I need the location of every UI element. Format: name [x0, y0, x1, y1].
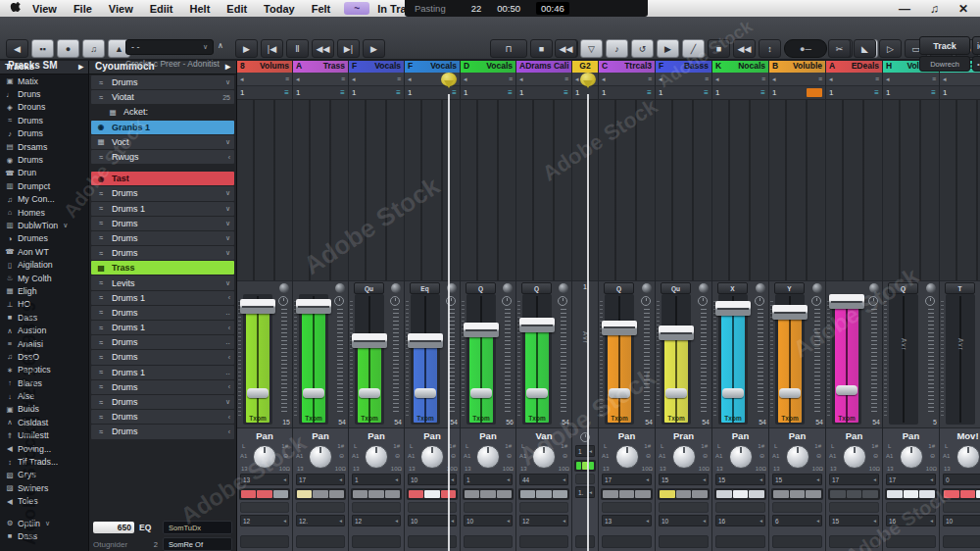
chevron-down-icon[interactable]: ∨	[203, 43, 208, 51]
fader-handle[interactable]	[526, 388, 548, 398]
menu-item-5[interactable]: Edit	[226, 3, 247, 15]
chevron-down-icon[interactable]: ∨	[225, 279, 230, 287]
fader-cap[interactable]	[296, 299, 331, 314]
sidebar-item-34[interactable]: ■Dass	[0, 529, 88, 542]
snap-button-7[interactable]: ◀◀	[733, 39, 756, 58]
wave-mode-icon[interactable]: ~	[344, 2, 369, 15]
rack-item-2[interactable]: ▦Acket:	[91, 105, 234, 119]
sidebar-item-12[interactable]: ◑Drumes	[0, 232, 88, 245]
speaker-icon[interactable]: ◂	[352, 75, 356, 83]
nav-button-0[interactable]: ◀	[6, 39, 28, 58]
tool-button-0[interactable]: ✂	[828, 39, 851, 58]
eq-icon[interactable]: ≡	[760, 88, 765, 97]
empty-slot[interactable]	[296, 502, 345, 513]
rack-item-0[interactable]: ≈Drums∨	[91, 75, 234, 89]
stepper-icon[interactable]: ◂	[395, 476, 398, 482]
nav-button-1[interactable]: ▪▪	[31, 39, 54, 58]
sidebar-item-9[interactable]: ♫My Con...	[0, 193, 88, 206]
empty-slot[interactable]	[829, 502, 879, 513]
channel-strip-6[interactable]: CTtrcal3◂≡1≡QTxom54PanL1#A1Θ1310Ω17◂13◂	[599, 59, 655, 551]
stepper-icon[interactable]: ◂	[451, 476, 454, 482]
tool-button-2[interactable]: ▷	[879, 39, 902, 58]
rack-item-4[interactable]: ▦Voct∨	[91, 135, 234, 149]
track-button[interactable]: Track	[919, 36, 970, 55]
speaker-icon[interactable]: ◂	[240, 75, 244, 83]
channel-strip-10[interactable]: AEDeals◂≡1≡Txom54PanL1#A1Θ1310Ω17◂15◂	[826, 59, 882, 551]
lines-icon[interactable]: ≡	[875, 75, 879, 82]
slot-value-box[interactable]: 10◂	[943, 515, 980, 526]
speaker-icon[interactable]: ◂	[408, 75, 412, 83]
mini-knob-icon[interactable]	[559, 283, 568, 293]
send-value-box[interactable]: 1◂	[352, 474, 401, 485]
rack-item-22[interactable]: ≈Drums‹	[91, 410, 234, 424]
channel-strip-1[interactable]: ATrass◂≡1≡Txom54PanL1#A1Θ1310Ω17◂12.◂	[293, 59, 348, 551]
fader-handle[interactable]	[836, 385, 858, 395]
fader-handle[interactable]	[779, 388, 801, 398]
insert-rack[interactable]	[572, 100, 598, 280]
stepper-icon[interactable]: ◂	[760, 518, 762, 524]
eq-icon[interactable]: ≡	[508, 88, 513, 97]
rack-item-5[interactable]: ≈Rwugs‹	[91, 150, 234, 164]
stepper-icon[interactable]: ◂	[283, 476, 286, 482]
chevron-down-icon[interactable]: ∨	[225, 234, 230, 242]
fader-cap[interactable]	[659, 326, 694, 340]
accent-square[interactable]	[807, 88, 822, 97]
fader-handle[interactable]	[359, 388, 380, 398]
insert-rack[interactable]	[461, 100, 515, 280]
speaker-icon[interactable]: ◂	[659, 75, 662, 83]
playhead-pin[interactable]	[441, 73, 457, 93]
fader-track[interactable]: Txom	[775, 294, 805, 425]
eq-icon[interactable]: ≡	[704, 88, 709, 97]
sidebar-item-13[interactable]: ☎Aon WT	[0, 245, 88, 258]
send-value-box[interactable]: 17◂	[886, 474, 936, 485]
channel-strip-2[interactable]: FVocals◂≡1≡QuTxom54PanL1#A1Θ1310Ω1◂12◂	[349, 59, 404, 551]
sidebar-item-1[interactable]: ♩Druns	[0, 87, 88, 100]
lines-icon[interactable]: ≡	[705, 75, 709, 82]
pan-knob[interactable]	[786, 445, 809, 469]
sidebar-item-14[interactable]: ▯Aigilation	[0, 258, 88, 271]
narrow-strip-g2[interactable]: G2◂11Avr1◂1.◂	[572, 59, 598, 551]
chevron-down-icon[interactable]: ∨	[225, 220, 230, 227]
menu-item-3[interactable]: Ediit	[150, 3, 173, 15]
fader-cap[interactable]	[602, 321, 637, 335]
sidebar-item-25[interactable]: ▣Buids	[0, 403, 88, 416]
rack-item-1[interactable]: ≈Viotat25	[91, 90, 234, 104]
eq-button[interactable]: Q	[466, 282, 496, 294]
eq-button[interactable]: Qu	[354, 282, 384, 294]
eq-icon[interactable]: ≡	[284, 88, 289, 97]
chevron-up-icon[interactable]: ∧	[218, 41, 223, 50]
sidebar-item-11[interactable]: ▥DublwTion∨	[0, 219, 88, 231]
note-icon[interactable]: ♫	[930, 2, 939, 16]
pan-knob[interactable]	[420, 445, 444, 469]
empty-slot[interactable]	[943, 502, 980, 513]
transport-button-0[interactable]: ▶	[235, 39, 258, 58]
sidebar-item-27[interactable]: ⇑Umilestt	[0, 429, 88, 442]
empty-slot[interactable]	[715, 502, 765, 513]
fader-cap[interactable]	[829, 294, 864, 309]
send-value-box[interactable]: 15◂	[715, 474, 765, 485]
channel-header[interactable]: AEDeals	[826, 59, 882, 73]
sidebar-item-10[interactable]: ⌂Homes	[0, 206, 88, 219]
stepper-icon[interactable]: ◂	[589, 489, 592, 495]
pan-knob[interactable]	[476, 445, 500, 469]
mini-knob-icon[interactable]	[699, 283, 709, 293]
stepper-icon[interactable]: ◂	[703, 518, 706, 524]
sidebar-item-19[interactable]: ∧Austion	[0, 324, 88, 336]
bottom-slot[interactable]	[715, 535, 765, 548]
snap-button-6[interactable]: ■	[708, 39, 730, 58]
slot-value-box[interactable]: 15◂	[829, 515, 879, 526]
sidebar-item-4[interactable]: ♪Drums	[0, 127, 88, 140]
sidebar-item-26[interactable]: ∧Cisldast	[0, 416, 88, 428]
fader-track[interactable]: Txom	[718, 294, 748, 425]
sidebar-item-22[interactable]: ∗Papotics	[0, 364, 88, 376]
fader-track[interactable]: Txom	[605, 294, 634, 425]
fader-handle[interactable]	[415, 388, 436, 398]
sidebar-item-32[interactable]: ◀Toles	[0, 495, 88, 508]
fader-track[interactable]: Txom	[832, 294, 861, 425]
menu-item-0[interactable]: View	[32, 3, 57, 15]
channel-strip-4[interactable]: DVocals◂≡1≡QTxom56PanL1#A1Θ1310Ω1◂10◂	[461, 59, 515, 551]
send-value-box[interactable]: 17◂	[296, 474, 345, 485]
eq-button[interactable]: Eq	[410, 282, 440, 294]
speaker-icon[interactable]: ◂	[829, 75, 833, 83]
snap-button-3[interactable]: ↺	[631, 39, 654, 58]
